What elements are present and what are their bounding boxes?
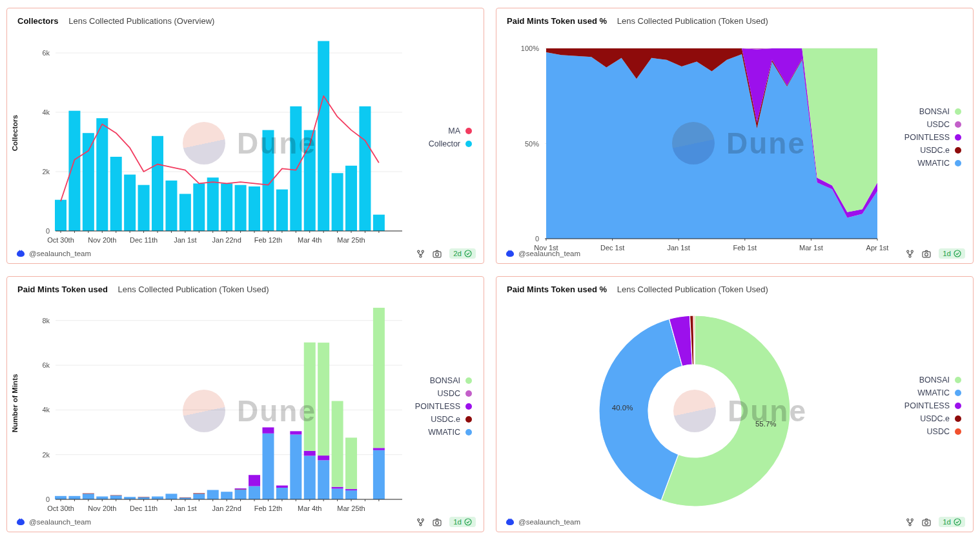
legend-dot <box>465 141 472 147</box>
legend-label: WMATIC <box>917 159 950 168</box>
camera-icon[interactable] <box>433 250 442 258</box>
legend-item-wmatic[interactable]: WMATIC <box>428 426 472 439</box>
legend-dot <box>955 415 961 422</box>
camera-icon[interactable] <box>922 250 931 258</box>
legend-label: BONSAI <box>919 107 950 116</box>
legend-item-pointless[interactable]: POINTLESS <box>904 131 961 144</box>
panel-title: Paid Mints Token used % <box>507 16 607 26</box>
svg-text:Jan 1st: Jan 1st <box>174 505 196 512</box>
chart-panel-token-used-stacked: Paid Mints Token used Lens Collected Pub… <box>6 276 484 532</box>
legend-label: WMATIC <box>917 388 950 397</box>
chart-panel-collectors: Collectors Lens Collected Publications (… <box>6 8 484 264</box>
legend-label: USDC <box>927 120 950 129</box>
footer-actions: 2d <box>416 248 476 259</box>
legend-dot <box>955 377 961 383</box>
sealaunch-logo <box>16 517 25 526</box>
legend-dot <box>465 416 472 423</box>
legend-item-usdc[interactable]: USDC <box>927 425 961 438</box>
legend-label: POINTLESS <box>904 133 950 142</box>
svg-text:Feb 12th: Feb 12th <box>254 236 282 244</box>
svg-text:6k: 6k <box>42 49 50 57</box>
panel-footer: @sealaunch_team 1d <box>505 248 965 259</box>
author-link[interactable]: @sealaunch_team <box>16 517 91 526</box>
chart-legend: MACollector <box>429 125 472 150</box>
fork-icon[interactable] <box>416 518 425 526</box>
sealaunch-logo <box>505 249 515 258</box>
refresh-age-badge[interactable]: 1d <box>939 517 965 527</box>
collectors-bar-line-chart[interactable]: 02k4k6kOct 30thNov 20thDec 11thJan 1stJa… <box>7 34 484 254</box>
camera-icon[interactable] <box>433 518 442 526</box>
legend-label: MA <box>448 126 460 135</box>
svg-text:6k: 6k <box>42 361 50 369</box>
panel-title: Paid Mints Token used <box>17 285 108 294</box>
author-handle: @sealaunch_team <box>518 518 580 526</box>
legend-item-ma[interactable]: MA <box>448 125 472 137</box>
svg-text:Nov 20th: Nov 20th <box>88 236 116 244</box>
legend-dot <box>465 377 472 384</box>
refresh-age-badge[interactable]: 2d <box>449 248 476 259</box>
legend-item-usdc-e[interactable]: USDC.e <box>920 144 961 157</box>
token-used-stacked-bar-chart[interactable]: 02k4k6k8kOct 30thNov 20thDec 11thJan 1st… <box>7 303 484 522</box>
legend-item-usdc[interactable]: USDC <box>438 387 472 400</box>
panel-header: Paid Mints Token used % Lens Collected P… <box>507 285 768 294</box>
author-link[interactable]: @sealaunch_team <box>16 249 91 258</box>
panel-subtitle: Lens Collected Publication (Token Used) <box>118 285 269 294</box>
legend-label: WMATIC <box>428 428 460 437</box>
svg-text:4k: 4k <box>42 406 50 414</box>
svg-text:Oct 30th: Oct 30th <box>47 505 74 512</box>
camera-icon[interactable] <box>922 518 931 526</box>
chart-legend: BONSAIUSDCPOINTLESSUSDC.eWMATIC <box>904 105 961 170</box>
legend-dot <box>955 160 961 166</box>
legend-label: BONSAI <box>919 375 950 385</box>
svg-text:Mar 4th: Mar 4th <box>298 505 322 512</box>
legend-label: POINTLESS <box>904 401 950 410</box>
legend-dot <box>465 128 472 134</box>
chart-panel-token-used-pct-donut: Paid Mints Token used % Lens Collected P… <box>496 276 974 532</box>
panel-footer: @sealaunch_team 1d <box>16 517 476 527</box>
legend-dot <box>955 108 961 115</box>
token-used-pct-area-chart[interactable]: 050%100%Nov 1stDec 1stJan 1stFeb 1stMar … <box>496 34 974 254</box>
author-handle: @sealaunch_team <box>29 250 91 257</box>
legend-item-usdc-e[interactable]: USDC.e <box>920 412 961 425</box>
panel-subtitle: Lens Collected Publication (Token Used) <box>617 16 768 26</box>
svg-text:55.7%: 55.7% <box>755 420 777 428</box>
svg-text:Feb 12th: Feb 12th <box>254 505 282 512</box>
refresh-age-badge[interactable]: 1d <box>449 517 476 527</box>
legend-item-bonsai[interactable]: BONSAI <box>919 374 961 386</box>
panel-footer: @sealaunch_team 2d <box>16 248 476 259</box>
fork-icon[interactable] <box>906 518 914 526</box>
panel-header: Paid Mints Token used Lens Collected Pub… <box>17 285 269 294</box>
check-circle-icon <box>954 250 961 257</box>
svg-text:Dec 11th: Dec 11th <box>130 236 158 244</box>
svg-text:0: 0 <box>46 227 50 235</box>
fork-icon[interactable] <box>416 250 425 258</box>
legend-item-usdc-e[interactable]: USDC.e <box>431 413 472 426</box>
author-link[interactable]: @sealaunch_team <box>505 517 580 526</box>
legend-item-wmatic[interactable]: WMATIC <box>917 386 961 399</box>
author-handle: @sealaunch_team <box>29 518 91 526</box>
refresh-age: 1d <box>453 518 462 526</box>
refresh-age-badge[interactable]: 1d <box>939 248 965 259</box>
svg-text:0: 0 <box>46 495 50 503</box>
legend-label: Collector <box>429 139 460 148</box>
chart-legend: BONSAIWMATICPOINTLESSUSDC.eUSDC <box>904 374 961 438</box>
legend-item-bonsai[interactable]: BONSAI <box>430 374 472 387</box>
legend-item-bonsai[interactable]: BONSAI <box>919 105 961 118</box>
legend-label: USDC <box>438 389 460 398</box>
svg-text:Nov 20th: Nov 20th <box>88 505 116 512</box>
author-handle: @sealaunch_team <box>518 250 580 257</box>
author-link[interactable]: @sealaunch_team <box>505 249 580 258</box>
legend-item-usdc[interactable]: USDC <box>927 118 961 131</box>
legend-label: BONSAI <box>430 376 460 385</box>
fork-icon[interactable] <box>906 250 914 258</box>
legend-item-pointless[interactable]: POINTLESS <box>415 400 472 413</box>
legend-item-pointless[interactable]: POINTLESS <box>904 399 961 412</box>
legend-item-wmatic[interactable]: WMATIC <box>917 157 961 170</box>
legend-label: POINTLESS <box>415 402 460 411</box>
svg-text:Jan 22nd: Jan 22nd <box>212 505 241 512</box>
token-used-pct-donut-chart[interactable]: 55.7%40.0% <box>496 303 974 522</box>
check-circle-icon <box>954 518 961 526</box>
legend-item-collector[interactable]: Collector <box>429 137 472 150</box>
refresh-age: 1d <box>943 250 951 257</box>
footer-actions: 1d <box>906 517 965 527</box>
